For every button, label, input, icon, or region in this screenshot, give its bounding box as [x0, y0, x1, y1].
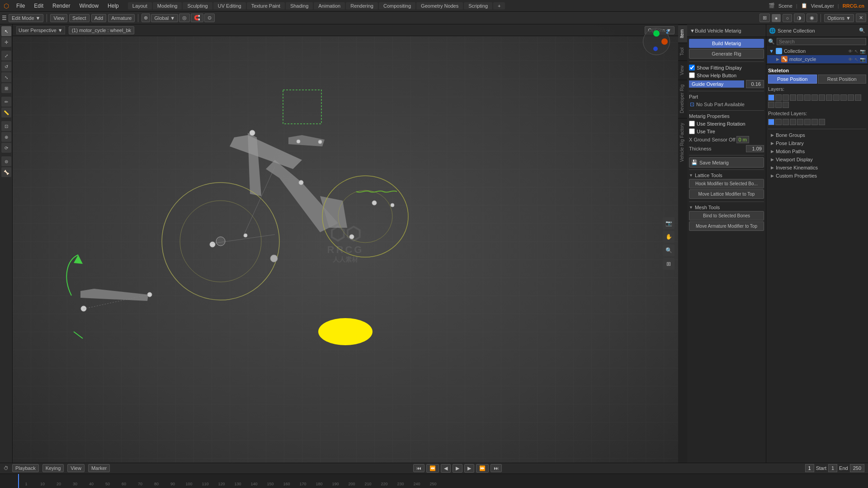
- prot-layer-2[interactable]: [775, 119, 782, 125]
- build-metarig-btn[interactable]: Build Metarig: [689, 39, 764, 48]
- extrude-tool[interactable]: ⊡: [1, 121, 11, 131]
- layer-10[interactable]: [833, 94, 840, 101]
- move-tool[interactable]: ⤢: [1, 51, 11, 61]
- vtab-developer-rig[interactable]: Developer Rig: [678, 80, 687, 117]
- menu-file[interactable]: File: [13, 2, 28, 10]
- snap-toggle[interactable]: 🧲: [191, 14, 203, 22]
- marker-menu[interactable]: Marker: [88, 464, 110, 472]
- filter-icon[interactable]: 🔍: [859, 28, 865, 33]
- menu-render[interactable]: Render: [49, 2, 74, 10]
- options-btn[interactable]: Options ▼: [824, 14, 854, 22]
- prot-layer-1[interactable]: [768, 119, 774, 125]
- select-menu[interactable]: Select: [69, 14, 90, 22]
- rotate-tool[interactable]: ↺: [1, 61, 11, 71]
- menu-edit[interactable]: Edit: [30, 2, 47, 10]
- keying-menu[interactable]: Keying: [42, 464, 64, 472]
- vtab-item[interactable]: Item: [678, 24, 687, 42]
- generate-rig-btn[interactable]: Generate Rig: [689, 49, 764, 59]
- show-fitting-display-checkbox[interactable]: [689, 65, 695, 70]
- save-metarig-btn[interactable]: 💾 Save Metarig: [689, 157, 764, 168]
- tab-rendering[interactable]: Rendering: [346, 2, 378, 9]
- proportional-edit[interactable]: ◎: [179, 14, 190, 22]
- prot-layer-6[interactable]: [804, 119, 811, 125]
- x-axis-gizmo[interactable]: [661, 38, 668, 45]
- overlay-toggle[interactable]: ⊞: [760, 14, 770, 22]
- add-menu[interactable]: Add: [91, 14, 107, 22]
- group-btn[interactable]: ⊞: [663, 258, 675, 270]
- next-frame-btn[interactable]: ▶: [464, 464, 474, 473]
- view-menu[interactable]: View: [50, 14, 67, 22]
- tab-scripting[interactable]: Scripting: [464, 2, 492, 9]
- viewport-shading-material[interactable]: ◑: [794, 14, 805, 22]
- next-keyframe-btn[interactable]: ⏩: [476, 464, 489, 473]
- vtab-vehicle-rig-factory[interactable]: Vehicle Rig Factory: [678, 118, 687, 166]
- z-axis-gizmo[interactable]: [653, 47, 658, 51]
- layer-15[interactable]: [775, 102, 782, 108]
- tab-texture-paint[interactable]: Texture Paint: [247, 2, 285, 9]
- close-overlay[interactable]: ✕: [856, 14, 866, 22]
- edit-mode-select[interactable]: Edit Mode ▼: [9, 14, 43, 22]
- bone-groups-toggle[interactable]: ▶ Bone Groups: [768, 131, 866, 139]
- bind-selected-bones-btn[interactable]: Bind to Selected Bones: [689, 211, 764, 221]
- tab-animation[interactable]: Animation: [314, 2, 345, 9]
- menu-window[interactable]: Window: [75, 2, 102, 10]
- layer-3[interactable]: [783, 94, 789, 101]
- mesh-tools-header[interactable]: ▼ Mesh Tools: [689, 204, 764, 211]
- tab-sculpting[interactable]: Sculpting: [183, 2, 212, 9]
- timeline-view-menu[interactable]: View: [67, 464, 85, 472]
- layer-13[interactable]: [855, 94, 861, 101]
- use-steering-rotation-checkbox[interactable]: [689, 121, 695, 127]
- layer-5[interactable]: [797, 94, 803, 101]
- layer-14[interactable]: [768, 102, 774, 108]
- prot-layer-5[interactable]: [797, 119, 803, 125]
- layer-9[interactable]: [826, 94, 832, 101]
- menu-help[interactable]: Help: [104, 2, 123, 10]
- viewport-shading-solid[interactable]: ●: [772, 14, 781, 22]
- prot-layer-7[interactable]: [811, 119, 818, 125]
- tab-layout[interactable]: Layout: [128, 2, 152, 9]
- armature-menu[interactable]: Armature: [108, 14, 135, 22]
- hook-modifier-btn[interactable]: Hook Modifier to Selected Bo...: [689, 179, 764, 188]
- mc-vis-cursor[interactable]: ↖: [854, 57, 858, 62]
- lattice-tools-header[interactable]: ▼ Lattice Tools: [689, 172, 764, 179]
- select-tool[interactable]: ↖: [1, 26, 11, 36]
- collection-vis-render[interactable]: 📷: [860, 49, 865, 54]
- pivot-point[interactable]: ⊙: [204, 14, 215, 22]
- playhead[interactable]: [18, 474, 19, 488]
- zoom-tool-btn[interactable]: 🔍: [663, 244, 675, 256]
- layer-4[interactable]: [790, 94, 796, 101]
- prot-layer-3[interactable]: [783, 119, 789, 125]
- mc-vis-eye[interactable]: 👁: [848, 57, 853, 62]
- hand-tool-btn[interactable]: ✋: [663, 231, 675, 243]
- custom-properties-toggle[interactable]: ▶ Custom Properties: [768, 172, 866, 180]
- pose-tool[interactable]: 🦴: [1, 167, 11, 177]
- tab-add[interactable]: +: [493, 2, 505, 9]
- add-bone-tool[interactable]: ⊕: [1, 132, 11, 142]
- layer-2[interactable]: [775, 94, 782, 101]
- collection-item[interactable]: ▼ C Collection 👁 ↖ 📷: [767, 47, 867, 55]
- move-armature-btn[interactable]: Move Armature Modifier to Top: [689, 221, 764, 231]
- measure-tool[interactable]: 📏: [1, 108, 11, 117]
- bone-envelope-tool[interactable]: ⊜: [1, 156, 11, 166]
- prot-layer-4[interactable]: [790, 119, 796, 125]
- motor-cycle-item[interactable]: ▶ 🦴 motor_cycle 👁 ↖ 📷: [767, 55, 867, 63]
- viewport[interactable]: User Perspective ▼ (1) motor_cycle : whe…: [13, 24, 678, 463]
- collection-vis-cursor[interactable]: ↖: [854, 49, 858, 54]
- layer-12[interactable]: [848, 94, 854, 101]
- scale-tool[interactable]: ⤡: [1, 72, 11, 82]
- vtab-view[interactable]: View: [678, 61, 687, 80]
- y-axis-gizmo[interactable]: [653, 30, 660, 37]
- viewport-shading-wireframe[interactable]: ○: [783, 14, 792, 22]
- tab-modeling[interactable]: Modeling: [153, 2, 182, 9]
- jump-end-btn[interactable]: ⏭: [491, 464, 502, 472]
- rest-position-btn[interactable]: Rest Position: [818, 75, 867, 84]
- motion-paths-toggle[interactable]: ▶ Motion Paths: [768, 147, 866, 155]
- viewport-shading-render[interactable]: ◉: [807, 14, 817, 22]
- collection-vis-eye[interactable]: 👁: [848, 49, 853, 54]
- navigation-gizmo[interactable]: 2: [643, 28, 675, 60]
- tab-shading[interactable]: Shading: [286, 2, 313, 9]
- show-help-button-checkbox[interactable]: [689, 72, 695, 78]
- move-lattice-btn[interactable]: Move Lattice Modifier to Top: [689, 189, 764, 199]
- layer-16[interactable]: [783, 102, 789, 108]
- layer-1[interactable]: [768, 94, 774, 101]
